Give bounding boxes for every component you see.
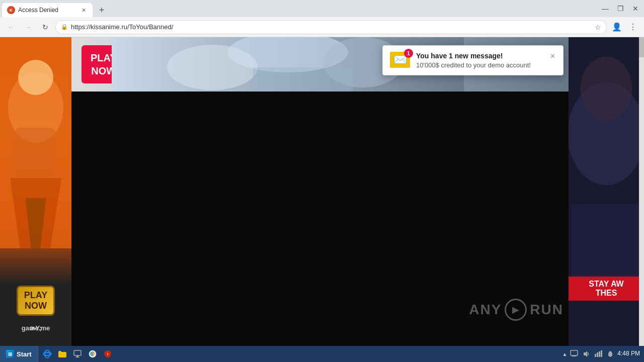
- notification-icon-wrap: ✉️ 1: [390, 52, 410, 68]
- anyrun-text-any: ANY: [469, 302, 502, 318]
- new-tab-button[interactable]: +: [95, 3, 109, 17]
- svg-rect-26: [573, 355, 576, 356]
- svg-point-3: [18, 60, 53, 95]
- svg-marker-28: [584, 351, 587, 357]
- tray-arrow[interactable]: ▲: [562, 351, 567, 357]
- forward-button[interactable]: →: [21, 20, 35, 34]
- taskbar-monitor-icon[interactable]: [70, 347, 85, 361]
- svg-point-14: [581, 56, 632, 121]
- left-ad-play-button[interactable]: PLAYNOW: [0, 286, 71, 316]
- window-controls: — ❐ ✕: [599, 4, 642, 14]
- anyrun-watermark: ANY ▶ RUN: [469, 299, 564, 321]
- left-ad-figure: [0, 37, 71, 248]
- taskbar-chrome-icon[interactable]: [86, 347, 100, 361]
- notification-title: You have 1 new message!: [416, 52, 543, 60]
- scrollbar-thumb[interactable]: [639, 37, 644, 57]
- svg-rect-25: [571, 350, 578, 355]
- back-button[interactable]: ←: [4, 20, 18, 34]
- svg-rect-13: [571, 205, 642, 282]
- svg-rect-19: [76, 355, 78, 357]
- svg-rect-18: [74, 350, 81, 355]
- system-tray-volume-icon[interactable]: [581, 349, 591, 359]
- anyrun-text-run: RUN: [530, 302, 564, 318]
- system-tray-notification-icon[interactable]: [605, 349, 615, 359]
- navigation-bar: ← → ↻ 🔒 https://kissanime.ru/ToYou/Banne…: [0, 17, 644, 37]
- start-label: Start: [17, 350, 32, 358]
- menu-icon[interactable]: ⋮: [626, 20, 640, 34]
- right-ad-banner[interactable]: STAY AW THES: [569, 37, 644, 346]
- start-button[interactable]: ⊞ Start: [0, 346, 38, 362]
- left-ad-banner[interactable]: PLAYNOW ɚY; game.me: [0, 37, 71, 346]
- svg-rect-33: [609, 356, 611, 357]
- svg-rect-4: [15, 128, 55, 178]
- browser-tab[interactable]: K Access Denied ✕: [2, 3, 93, 17]
- system-tray-icon-1[interactable]: [569, 349, 579, 359]
- anyrun-logo-icon: ▶: [505, 299, 527, 321]
- bookmark-star-icon[interactable]: ☆: [595, 23, 601, 31]
- taskbar: ⊞ Start: [0, 346, 644, 362]
- taskbar-items: !: [38, 347, 558, 361]
- svg-rect-32: [601, 350, 602, 357]
- start-icon: ⊞: [6, 350, 14, 358]
- svg-rect-30: [597, 352, 598, 357]
- system-tray-network-icon[interactable]: [593, 349, 603, 359]
- svg-point-9: [167, 45, 258, 90]
- refresh-button[interactable]: ↻: [38, 20, 52, 34]
- left-ad-game-name: game.me: [0, 324, 71, 332]
- address-bar[interactable]: 🔒 https://kissanime.ru/ToYou/Banned/ ☆: [55, 20, 607, 34]
- tab-close-button[interactable]: ✕: [79, 6, 88, 14]
- svg-rect-20: [75, 357, 79, 357]
- tab-title: Access Denied: [18, 7, 76, 14]
- svg-point-23: [92, 353, 94, 355]
- toolbar-icons: 👤 ⋮: [610, 20, 640, 34]
- svg-text:!: !: [107, 352, 108, 356]
- svg-rect-29: [595, 354, 596, 357]
- tab-favicon: K: [7, 6, 15, 14]
- vertical-scrollbar[interactable]: [639, 37, 644, 346]
- notification-text: You have 1 new message! 10'000$ credited…: [416, 52, 543, 69]
- taskbar-security-icon[interactable]: !: [101, 347, 115, 361]
- title-bar: K Access Denied ✕ + — ❐ ✕: [0, 0, 644, 17]
- lock-icon: 🔒: [61, 24, 68, 30]
- right-ad-stay-text: STAY AW THES: [569, 277, 644, 301]
- taskbar-folder-icon[interactable]: [55, 347, 69, 361]
- svg-rect-31: [599, 351, 600, 357]
- notification-popup[interactable]: ✉️ 1 You have 1 new message! 10'000$ cre…: [382, 45, 564, 75]
- svg-rect-27: [572, 356, 577, 356]
- notification-body: 10'000$ credited to your demo account!: [416, 61, 543, 69]
- url-text: https://kissanime.ru/ToYou/Banned/: [71, 23, 592, 31]
- play-now-label[interactable]: PLAYNOW: [17, 286, 55, 316]
- page-content: PLAYNOW ɚY; game.me PLAYNOW: [0, 37, 644, 346]
- notification-close-button[interactable]: ×: [549, 52, 556, 61]
- tab-area: K Access Denied ✕ +: [2, 0, 109, 17]
- notification-badge: 1: [404, 49, 413, 58]
- taskbar-ie-icon[interactable]: [40, 347, 54, 361]
- taskbar-right: ▲: [558, 349, 644, 359]
- profile-icon[interactable]: 👤: [610, 20, 624, 34]
- system-clock[interactable]: 4:48 PM: [617, 350, 640, 358]
- close-button[interactable]: ✕: [629, 4, 642, 14]
- maximize-button[interactable]: ❐: [614, 4, 627, 14]
- minimize-button[interactable]: —: [599, 4, 612, 14]
- svg-rect-10: [253, 67, 353, 92]
